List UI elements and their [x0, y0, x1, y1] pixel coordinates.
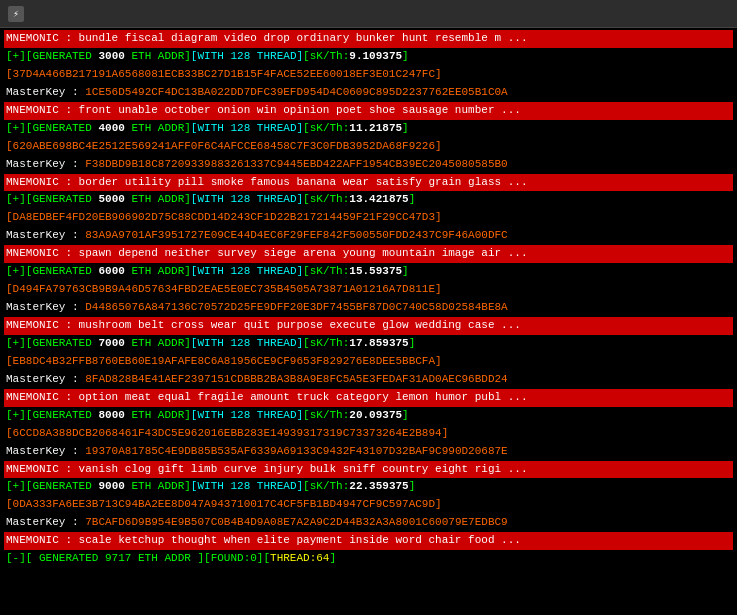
masterkey-line: MasterKey : D44865076A847136C70572D25FE9… [4, 299, 733, 317]
generated-line: [+][GENERATED 7000 ETH ADDR][WITH 128 TH… [4, 335, 733, 353]
new-tab-button[interactable] [681, 12, 693, 16]
masterkey-line: MasterKey : F38DBD9B18C87209339883261337… [4, 156, 733, 174]
generated-line: [+][GENERATED 8000 ETH ADDR][WITH 128 TH… [4, 407, 733, 425]
address-line: [D494FA79763CB9B9A46D57634FBD2EAE5E0EC73… [4, 281, 733, 299]
mnemonic-line: MNEMONIC : scale ketchup thought when el… [4, 532, 733, 550]
generated-line: [-][ GENERATED 9717 ETH ADDR ][FOUND:0][… [4, 550, 733, 568]
close-button[interactable] [717, 12, 729, 16]
main-content: MNEMONIC : bundle fiscal diagram video d… [0, 28, 737, 615]
dropdown-button[interactable] [699, 12, 711, 16]
generated-line: [+][GENERATED 9000 ETH ADDR][WITH 128 TH… [4, 478, 733, 496]
mnemonic-line: MNEMONIC : vanish clog gift limb curve i… [4, 461, 733, 479]
mnemonic-line: MNEMONIC : option meat equal fragile amo… [4, 389, 733, 407]
generated-line: [+][GENERATED 4000 ETH ADDR][WITH 128 TH… [4, 120, 733, 138]
masterkey-line: MasterKey : 7BCAFD6D9B954E9B507C0B4B4D9A… [4, 514, 733, 532]
address-line: [DA8EDBEF4FD20EB906902D75C88CDD14D243CF1… [4, 209, 733, 227]
masterkey-line: MasterKey : 83A9A9701AF3951727E09CE44D4E… [4, 227, 733, 245]
mnemonic-line: MNEMONIC : spawn depend neither survey s… [4, 245, 733, 263]
address-line: [620ABE698BC4E2512E569241AFF0F6C4AFCCE68… [4, 138, 733, 156]
title-bar: ⚡ [0, 0, 737, 28]
generated-line: [+][GENERATED 5000 ETH ADDR][WITH 128 TH… [4, 191, 733, 209]
mnemonic-line: MNEMONIC : mushroom belt cross wear quit… [4, 317, 733, 335]
app-icon: ⚡ [8, 6, 24, 22]
masterkey-line: MasterKey : 1CE56D5492CF4DC13BA022DD7DFC… [4, 84, 733, 102]
generated-line: [+][GENERATED 6000 ETH ADDR][WITH 128 TH… [4, 263, 733, 281]
address-line: [37D4A466B217191A6568081ECB33BC27D1B15F4… [4, 66, 733, 84]
mnemonic-line: MNEMONIC : border utility pill smoke fam… [4, 174, 733, 192]
title-bar-controls [681, 12, 729, 16]
address-line: [EB8DC4B32FFB8760EB60E19AFAFE8C6A81956CE… [4, 353, 733, 371]
generated-line: [+][GENERATED 3000 ETH ADDR][WITH 128 TH… [4, 48, 733, 66]
mnemonic-line: MNEMONIC : bundle fiscal diagram video d… [4, 30, 733, 48]
mnemonic-line: MNEMONIC : front unable october onion wi… [4, 102, 733, 120]
masterkey-line: MasterKey : 19370A81785C4E9DB85B535AF633… [4, 443, 733, 461]
title-bar-left: ⚡ [8, 6, 32, 22]
masterkey-line: MasterKey : 8FAD828B4E41AEF2397151CDBBB2… [4, 371, 733, 389]
address-line: [0DA333FA6EE3B713C94BA2EE8D047A943710017… [4, 496, 733, 514]
address-line: [6CCD8A388DCB2068461F43DC5E962016EBB283E… [4, 425, 733, 443]
